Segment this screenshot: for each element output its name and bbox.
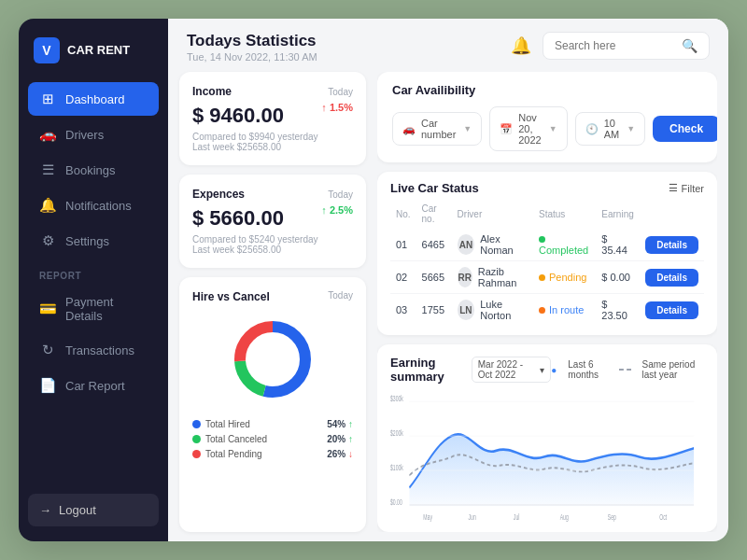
sidebar-label-car-report: Car Report [65,379,125,393]
row-no: 02 [390,261,416,294]
expenses-card: Expences Today $ 5660.00 ↑ 2.5% Compared… [179,175,366,268]
row-action: Details [640,229,704,261]
availability-controls: 🚗 Car number ▼ 📅 Nov 20, 2022 ▼ 🕙 10 AM [392,106,702,151]
earnings-chart: $300k $200k $100k $0.00 [390,389,704,525]
date-label: Nov 20, 2022 [518,112,541,146]
expenses-compare: Compared to $5240 yesterday [192,234,353,245]
earnings-range-select[interactable]: Mar 2022 - Oct 2022 ▾ [472,357,552,383]
details-button[interactable]: Details [645,236,698,254]
legend-same-period-label: Same period last year [642,359,704,380]
main-header: Todays Statistics Tue, 14 Nov 2022, 11:3… [168,19,728,63]
availability-card: Car Availibility 🚗 Car number ▼ 📅 Nov 20… [377,72,717,162]
col-status: Status [533,201,596,229]
date-select[interactable]: 📅 Nov 20, 2022 ▼ [489,106,567,151]
sidebar-nav: ⊞ Dashboard 🚗 Drivers ☰ Bookings 🔔 Notif… [19,82,168,258]
filter-label: Filter [682,183,704,194]
date-caret: ▼ [549,124,557,133]
live-status-table: No. Car no. Driver Status Earning 01 646… [390,201,704,326]
hired-label: Total Hired [205,419,250,429]
live-status-title: Live Car Status [390,181,479,195]
expenses-label: Expences [192,188,245,201]
page-title-block: Todays Statistics Tue, 14 Nov 2022, 11:3… [187,32,317,63]
search-box: 🔍 [543,32,710,60]
income-card: Income Today $ 9460.00 ↑ 1.5% Compared t… [179,72,366,165]
filter-button[interactable]: ☰ Filter [669,182,704,194]
svg-text:Sep: Sep [608,511,616,522]
svg-text:$300k: $300k [390,394,403,404]
row-driver: LN Luke Norton [452,294,533,327]
pending-arrow: ↓ [348,449,353,459]
report-section-label: Report [19,258,168,287]
col-action [640,201,704,229]
expenses-value: $ 5660.00 [192,206,284,231]
cancelled-arrow: ↑ [348,434,353,444]
sidebar-item-payment[interactable]: 💳 Payment Details [28,287,159,331]
sidebar-item-dashboard[interactable]: ⊞ Dashboard [28,82,159,116]
driver-avatar: RR [458,267,472,287]
content-area: Income Today $ 9460.00 ↑ 1.5% Compared t… [168,63,728,541]
legend-hired: Total Hired 54% ↑ [192,419,353,429]
row-carno: 1755 [416,294,452,327]
row-status: Pending [533,261,596,294]
svg-text:Jun: Jun [469,511,476,522]
clock-icon: 🕙 [585,123,599,135]
pending-pct: 26% ↓ [327,449,353,459]
earnings-card: Earning summary Mar 2022 - Oct 2022 ▾ ● … [377,344,717,532]
row-no: 01 [390,229,416,261]
row-earning: $ 0.00 [596,261,640,294]
car-icon: 🚗 [402,123,416,135]
income-compare: Compared to $9940 yesterday [192,132,353,142]
sidebar-item-drivers[interactable]: 🚗 Drivers [28,118,159,151]
left-column: Income Today $ 9460.00 ↑ 1.5% Compared t… [179,72,366,532]
income-today: Today [328,87,353,97]
car-number-label: Car number [421,118,456,140]
hire-cancel-card: Hire vs Cancel Today [179,277,366,532]
dashboard-icon: ⊞ [39,91,56,107]
logout-button[interactable]: → Logout [28,494,159,526]
sidebar-label-payment: Payment Details [65,295,148,323]
time-select[interactable]: 🕙 10 AM ▼ [575,112,645,146]
logo-text: CAR RENT [67,43,130,58]
income-value: $ 9460.00 [192,104,284,128]
car-number-select[interactable]: 🚗 Car number ▼ [392,112,482,146]
legend-last6-dot: ● [551,365,557,375]
sidebar: V CAR RENT ⊞ Dashboard 🚗 Drivers ☰ Booki… [19,19,168,541]
bookings-icon: ☰ [39,161,56,178]
row-carno: 6465 [416,229,452,261]
earnings-title: Earning summary [390,356,464,384]
sidebar-item-car-report[interactable]: 📄 Car Report [28,369,159,402]
svg-text:Aug: Aug [560,511,569,522]
sidebar-item-notifications[interactable]: 🔔 Notifications [28,189,159,222]
hired-arrow: ↑ [348,419,353,429]
row-carno: 5665 [416,261,452,294]
live-status-card: Live Car Status ☰ Filter No. Car no. Dri… [377,172,717,335]
details-button[interactable]: Details [645,269,698,287]
table-row: 03 1755 LN Luke Norton In route $ 23.50 … [390,294,704,327]
notifications-icon: 🔔 [39,197,56,214]
sidebar-item-transactions[interactable]: ↻ Transactions [28,333,159,367]
sidebar-item-bookings[interactable]: ☰ Bookings [28,153,159,187]
car-report-icon: 📄 [39,377,56,394]
search-input[interactable] [555,39,676,52]
sidebar-label-drivers: Drivers [65,128,104,142]
sidebar-report-nav: 💳 Payment Details ↻ Transactions 📄 Car R… [19,287,168,402]
sidebar-label-bookings: Bookings [65,163,115,177]
main-content: Todays Statistics Tue, 14 Nov 2022, 11:3… [168,19,728,541]
row-status: Completed [533,229,596,261]
driver-name: Alex Noman [480,233,528,256]
cancelled-dot [192,435,201,443]
col-driver: Driver [452,201,533,229]
expenses-change: ↑ 2.5% [321,204,353,216]
row-action: Details [640,261,704,294]
check-button[interactable]: Check [653,116,717,142]
row-driver: RR Razib Rahman [452,261,533,294]
row-earning: $ 35.44 [596,229,640,261]
payment-icon: 💳 [39,301,56,317]
row-status: In route [533,294,596,327]
bell-icon[interactable]: 🔔 [511,35,531,56]
legend-last6-label: Last 6 months [568,359,608,380]
driver-avatar: AN [458,234,475,255]
details-button[interactable]: Details [645,301,698,319]
sidebar-item-settings[interactable]: ⚙ Settings [28,224,159,258]
hired-dot [192,420,201,428]
